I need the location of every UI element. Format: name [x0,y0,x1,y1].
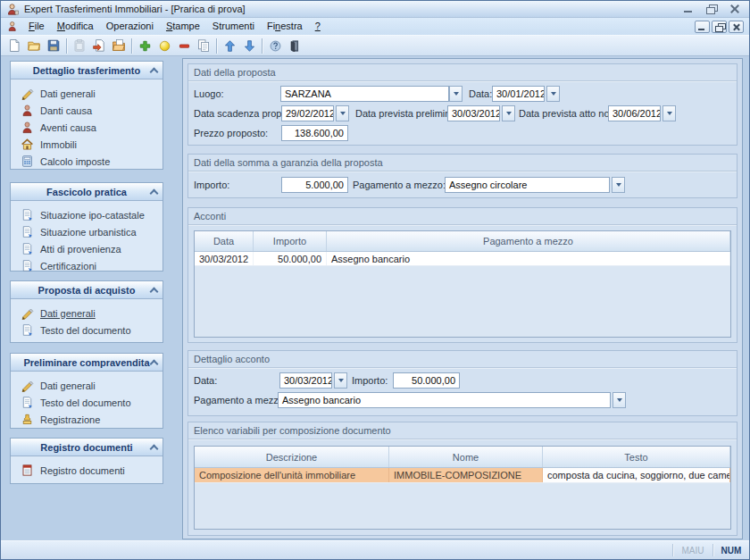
data-value[interactable]: 30/01/2012 [492,86,545,102]
panel-header[interactable]: Dettaglio trasferimento [11,62,162,79]
luogo-combo[interactable]: SARZANA [280,86,462,102]
sidebar-item-situazione-ipo-catastale[interactable]: Situazione ipo-catastale [11,206,162,223]
close-icon[interactable] [729,4,740,13]
new-document-button[interactable] [4,37,24,55]
luogo-dropdown-button[interactable] [449,86,462,102]
save-button[interactable] [44,37,63,55]
menu-operazioni[interactable]: Operazioni [100,19,160,34]
sidebar-item-preliminare-dati-generali[interactable]: Dati generali [11,377,162,394]
acconti-col-data[interactable]: Data [195,231,254,251]
acconto-pagamento-combo[interactable]: Assegno bancario [278,392,626,408]
acconto-data-dropdown-button[interactable] [334,372,347,389]
system-menu-icon[interactable] [7,21,19,32]
preliminare-dropdown-button[interactable] [502,105,515,121]
scadenza-dropdown-button[interactable] [336,105,349,121]
acconto-pagamento-dropdown-button[interactable] [612,392,626,408]
sidebar-item-calcolo-imposte[interactable]: Calcolo imposte [11,153,162,170]
edit-button[interactable] [154,37,174,55]
open-button[interactable] [24,37,44,55]
sidebar-item-proposta-testo-documento[interactable]: Testo del documento [11,322,162,339]
sidebar-item-proposta-dati-generali[interactable]: Dati generali [11,305,162,322]
mdi-minimize-icon[interactable] [695,21,710,33]
sidebar-item-registrazione[interactable]: Registrazione [11,411,162,428]
variabili-row[interactable]: Composizione dell'unità immobiliare IMMO… [195,468,730,483]
restore-icon[interactable] [706,4,717,13]
document-icon [21,242,34,255]
sidebar-item-situazione-urbanistica[interactable]: Situazione urbanistica [11,223,162,240]
acconti-row[interactable]: 30/03/2012 50.000,00 Assegno bancario [195,252,730,266]
sidebar-item-preliminare-testo-documento[interactable]: Testo del documento [11,394,162,411]
luogo-label: Luogo: [194,86,224,102]
toolbar-separator [262,38,262,54]
pagamento-garanzia-value[interactable]: Assegno circolare [445,177,610,193]
pagamento-garanzia-combo[interactable]: Assegno circolare [445,177,625,193]
notarile-combo[interactable]: 30/06/2012 [608,105,676,121]
acconto-data-value[interactable]: 30/03/2012 [279,372,332,389]
menu-stampe[interactable]: Stampe [160,19,206,34]
minimize-icon[interactable] [683,4,694,13]
mdi-restore-icon[interactable] [712,21,727,33]
acconto-pagamento-value[interactable]: Assegno bancario [278,392,611,408]
menu-help[interactable]: ? [309,19,327,34]
import-document-button[interactable] [89,37,109,55]
variabili-cell-testo[interactable]: composta da cucina, soggiorno, due camer… [543,468,730,482]
scadenza-value[interactable]: 29/02/2012 [281,105,334,121]
exit-button[interactable] [285,37,304,55]
panel-header[interactable]: Preliminare compravendita [11,354,162,372]
importo-garanzia-field[interactable]: 5.000,00 [281,177,348,193]
chevron-up-icon[interactable] [151,189,156,195]
acconto-data-combo[interactable]: 30/03/2012 [279,372,347,389]
move-up-button[interactable] [220,37,239,55]
acconto-importo-field[interactable]: 50.000,00 [393,372,460,389]
data-dropdown-button[interactable] [546,86,560,102]
help-button[interactable] [265,37,285,55]
panel-header[interactable]: Registro documenti [11,439,162,456]
acconti-col-pagamento[interactable]: Pagamento a mezzo [327,231,730,251]
move-down-button[interactable] [239,37,259,55]
sidebar-item-atti-di-provenienza[interactable]: Atti di provenienza [11,240,162,257]
variabili-grid-header: Descrizione Nome Testo [195,447,730,468]
delete-button[interactable] [174,37,194,55]
sidebar-item-dati-generali[interactable]: Dati generali [11,85,162,102]
menu-finestra[interactable]: Finestra [261,19,309,34]
preliminare-combo[interactable]: 30/03/2012 [447,105,515,121]
panel-fascicolo-pratica: Fascicolo pratica Situazione ipo-catasta… [10,182,163,272]
paste-button[interactable] [70,37,89,55]
variabili-col-testo[interactable]: Testo [543,447,730,467]
move-up-icon [223,39,237,53]
mdi-close-icon[interactable] [729,21,744,33]
chevron-up-icon[interactable] [151,288,156,293]
copy-button[interactable] [194,37,213,55]
notarile-dropdown-button[interactable] [662,105,676,121]
sidebar-item-registro-documenti[interactable]: Registro documenti [11,462,162,479]
panel-header[interactable]: Fascicolo pratica [11,183,162,201]
luogo-value[interactable]: SARZANA [280,86,449,102]
notarile-value[interactable]: 30/06/2012 [608,105,661,121]
prezzo-field[interactable]: 138.600,00 [281,125,348,141]
sidebar-item-danti-causa[interactable]: Danti causa [11,102,162,119]
chevron-up-icon[interactable] [151,445,156,450]
variabili-col-nome[interactable]: Nome [389,447,543,467]
menu-strumenti[interactable]: Strumenti [206,19,261,34]
variabili-col-descrizione[interactable]: Descrizione [195,447,389,467]
dropdown-arrow-icon [454,92,459,96]
sidebar-item-immobili[interactable]: Immobili [11,136,162,153]
chevron-up-icon[interactable] [151,360,156,365]
add-button[interactable] [135,37,154,55]
menu-modifica[interactable]: Modifica [51,19,100,34]
pagamento-garanzia-dropdown-button[interactable] [612,177,625,193]
pen-icon [21,379,34,392]
acconti-col-importo[interactable]: Importo [254,231,327,251]
menu-file[interactable]: File [22,19,51,34]
sidebar-item-aventi-causa[interactable]: Aventi causa [11,119,162,136]
dropdown-arrow-icon [338,379,344,382]
data-combo[interactable]: 30/01/2012 [492,86,560,102]
panel-header[interactable]: Proposta di acquisto [11,281,162,299]
paste-icon [72,38,87,53]
open-document-button[interactable] [109,37,129,55]
sidebar-item-certificazioni[interactable]: Certificazioni [11,257,162,274]
preliminare-value[interactable]: 30/03/2012 [447,105,500,121]
scadenza-combo[interactable]: 29/02/2012 [281,105,349,121]
acconti-grid-header: Data Importo Pagamento a mezzo [195,231,730,252]
chevron-up-icon[interactable] [151,68,156,73]
